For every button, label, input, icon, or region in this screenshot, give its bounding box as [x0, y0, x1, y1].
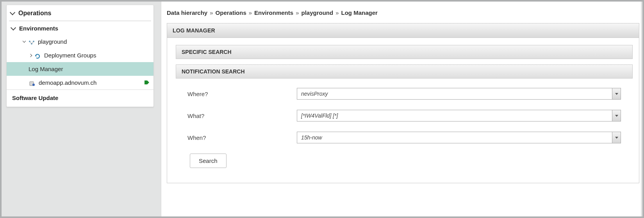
chevron-down-icon: [23, 39, 26, 42]
svg-point-5: [32, 84, 35, 86]
dropdown-icon[interactable]: [612, 110, 621, 121]
breadcrumb-sep: »: [335, 9, 339, 16]
sidebar-item-software-update[interactable]: Software Update: [7, 89, 153, 107]
chevron-right-icon: [29, 54, 32, 57]
breadcrumb-playground[interactable]: playground: [301, 9, 333, 16]
panel-specific-search[interactable]: SPECIFIC SEARCH: [176, 45, 633, 59]
tag-icon: [144, 80, 150, 86]
sidebar-section-operations[interactable]: Operations: [9, 5, 151, 21]
label: Software Update: [12, 95, 58, 101]
sidebar-item-host[interactable]: demoapp.adnovum.ch: [7, 76, 153, 89]
where-combo[interactable]: nevisProxy: [297, 88, 621, 100]
where-value: nevisProxy: [297, 88, 612, 99]
breadcrumb-environments[interactable]: Environments: [254, 9, 293, 16]
panel-title: LOG MANAGER: [167, 23, 639, 38]
what-combo[interactable]: [*IW4ValFld] [*]: [297, 110, 621, 122]
label: demoapp.adnovum.ch: [39, 79, 96, 86]
breadcrumb-current: Log Manager: [341, 9, 377, 16]
where-label: Where?: [187, 91, 297, 97]
cluster-icon: [29, 39, 35, 44]
breadcrumb-root[interactable]: Data hierarchy: [167, 9, 207, 16]
server-icon: [29, 80, 36, 85]
dropdown-icon[interactable]: [612, 88, 621, 99]
label: Deployment Groups: [44, 52, 96, 59]
search-button[interactable]: Search: [190, 154, 227, 168]
when-value: 15h-now: [297, 132, 612, 143]
breadcrumb-sep: »: [249, 9, 252, 16]
main: Data hierarchy » Operations » Environmen…: [161, 2, 641, 216]
label: Environments: [19, 25, 58, 32]
breadcrumb-sep: »: [210, 9, 213, 16]
chevron-down-icon: [11, 25, 16, 30]
dropdown-icon[interactable]: [612, 132, 621, 143]
label: Operations: [18, 10, 51, 17]
what-label: What?: [187, 113, 297, 119]
sidebar-item-log-manager[interactable]: Log Manager: [7, 62, 153, 76]
sidebar: Operations Environments playground Deplo…: [6, 5, 154, 107]
sidebar-section-environments[interactable]: Environments: [7, 21, 153, 35]
panel-notification-search[interactable]: NOTIFICATION SEARCH: [176, 64, 633, 79]
when-label: When?: [187, 134, 297, 141]
sidebar-item-playground[interactable]: playground: [7, 35, 153, 48]
label: Log Manager: [29, 66, 63, 72]
breadcrumb-operations[interactable]: Operations: [216, 9, 246, 16]
notification-search-form: Where? nevisProxy What? [*IW4ValFld] [*]: [176, 79, 633, 172]
sidebar-item-deployment-groups[interactable]: Deployment Groups: [7, 48, 153, 62]
svg-marker-6: [144, 80, 149, 84]
what-value: [*IW4ValFld] [*]: [297, 110, 612, 121]
breadcrumb-sep: »: [296, 9, 299, 16]
panel-log-manager: LOG MANAGER SPECIFIC SEARCH NOTIFICATION…: [167, 23, 639, 183]
breadcrumb: Data hierarchy » Operations » Environmen…: [161, 2, 641, 23]
when-combo[interactable]: 15h-now: [297, 132, 621, 143]
refresh-icon: [35, 53, 41, 58]
chevron-down-icon: [10, 10, 15, 15]
label: playground: [38, 38, 67, 45]
